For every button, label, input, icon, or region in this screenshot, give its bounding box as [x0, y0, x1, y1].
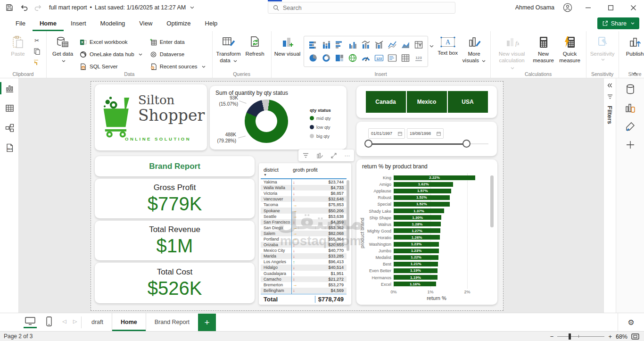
- zoom-percentage[interactable]: 68%: [616, 333, 627, 340]
- build-visual-pane-icon[interactable]: [625, 103, 636, 113]
- recent-sources-button[interactable]: Recent sources: [150, 61, 206, 72]
- kpi-card-gross-profit[interactable]: Gross Profit$779K: [95, 179, 255, 218]
- area-chart-icon[interactable]: [399, 39, 412, 51]
- filters-pane-label[interactable]: Filters: [606, 106, 613, 124]
- country-button-canada[interactable]: Canada: [366, 91, 406, 113]
- bar[interactable]: 1.19%: [394, 275, 438, 280]
- bar[interactable]: 1.57%: [394, 189, 451, 193]
- table-row-los-angeles[interactable]: Los Angeles↑$96,413: [261, 259, 347, 265]
- bar-row-amigo[interactable]: Amigo1.62%: [356, 181, 497, 188]
- bar-row-shady-lake[interactable]: Shady Lake1.37%: [356, 208, 497, 215]
- bar[interactable]: 1.22%: [394, 255, 438, 260]
- bar[interactable]: 1.62%: [394, 182, 453, 187]
- bar[interactable]: 1.19%: [394, 268, 438, 273]
- bar-row-excel[interactable]: Excel1.16%: [356, 281, 497, 288]
- menu-optimize[interactable]: Optimize: [159, 15, 198, 31]
- column-header-groth-profit[interactable]: groth profit: [293, 167, 318, 173]
- add-pane-icon[interactable]: [626, 141, 635, 149]
- menu-home[interactable]: Home: [33, 15, 64, 31]
- date-range-slicer-visual[interactable]: 01/01/1997 19/08/1998: [356, 122, 497, 156]
- bar[interactable]: 1.23%: [394, 249, 439, 253]
- visual-edit-icon[interactable]: [317, 153, 323, 158]
- dax-query-view-button[interactable]: DAX: [0, 138, 19, 158]
- next-page-arrow[interactable]: ▷: [73, 318, 77, 324]
- bar-row-medalist[interactable]: Medalist1.22%: [356, 254, 497, 261]
- treemap-icon[interactable]: [333, 52, 346, 64]
- bar[interactable]: 1.28%: [394, 222, 441, 226]
- kpi-icon[interactable]: 123: [413, 52, 425, 64]
- settings-gear-icon[interactable]: ⚙: [618, 313, 644, 331]
- brand-report-nav-card[interactable]: Brand Report: [95, 156, 255, 176]
- expand-filters-icon[interactable]: [607, 83, 612, 88]
- refresh-button[interactable]: Refresh: [242, 34, 268, 57]
- new-visual-calculation-button[interactable]: fx New visual calculation: [494, 34, 530, 71]
- sensitivity-button[interactable]: Sensitivity: [589, 34, 616, 61]
- table-row-vancouver[interactable]: Vancouver↓$32,648: [261, 196, 347, 202]
- format-painter-button[interactable]: [32, 58, 41, 66]
- table-view-button[interactable]: [0, 98, 19, 118]
- table-row-marida[interactable]: Marida↓$33,285: [261, 253, 347, 259]
- multi-row-card-icon[interactable]: [386, 52, 398, 64]
- bar[interactable]: 1.26%: [394, 235, 440, 240]
- fit-to-page-icon[interactable]: [631, 333, 639, 340]
- country-button-usa[interactable]: USA: [448, 91, 488, 113]
- line-stacked-column-chart-icon[interactable]: [360, 39, 372, 51]
- bar[interactable]: 1.27%: [394, 228, 440, 233]
- more-options-icon[interactable]: ···: [345, 152, 350, 159]
- bar-row-hermanos[interactable]: Hermanos1.19%: [356, 274, 497, 281]
- bar-row-even-better[interactable]: Even Better1.19%: [356, 267, 497, 274]
- table-row-san-francisco[interactable]: San Francisco↓$4,359: [261, 219, 347, 225]
- page-tab-home[interactable]: Home: [112, 313, 146, 331]
- gallery-more-chevron-icon[interactable]: [429, 45, 434, 48]
- report-view-button[interactable]: [0, 78, 19, 98]
- bar-row-walrus[interactable]: Walrus1.28%: [356, 221, 497, 228]
- format-pane-icon[interactable]: [625, 122, 636, 132]
- column-header-district[interactable]: district: [264, 167, 279, 173]
- return-pct-bar-chart-visual[interactable]: return % by product brand 0%1%2%King2.22…: [356, 159, 497, 305]
- visual-filter-icon[interactable]: [303, 153, 309, 158]
- slider-handle-end[interactable]: [462, 140, 471, 148]
- previous-page-arrow[interactable]: ◁: [62, 318, 66, 324]
- new-page-button[interactable]: +: [198, 314, 216, 331]
- table-row-san-diego[interactable]: San Diego→$53,362: [261, 225, 347, 231]
- bar-row-king[interactable]: King2.22%: [356, 175, 497, 181]
- stacked-column-chart-icon[interactable]: [320, 39, 332, 51]
- search-input[interactable]: Search: [268, 2, 455, 14]
- matrix-icon[interactable]: [399, 52, 412, 64]
- bar[interactable]: 1.30%: [394, 215, 441, 220]
- start-date-input[interactable]: 01/01/1997: [368, 128, 405, 139]
- bar[interactable]: 2.22%: [394, 175, 475, 180]
- page-tab-draft[interactable]: draft: [83, 313, 112, 331]
- maximize-button[interactable]: [603, 1, 618, 14]
- new-measure-button[interactable]: New measure: [530, 34, 557, 64]
- new-visual-button[interactable]: New visual: [274, 34, 301, 57]
- kpi-card-total-revenue[interactable]: Total Revenue$1M: [95, 221, 255, 260]
- table-row-mexico-city[interactable]: Mexico City↓$40,770: [261, 248, 347, 253]
- menu-insert[interactable]: Insert: [64, 15, 93, 31]
- bar[interactable]: 1.37%: [394, 208, 444, 213]
- clustered-column-chart-icon[interactable]: [347, 39, 359, 51]
- bar-row-applause[interactable]: Applause1.57%: [356, 188, 497, 194]
- menu-help[interactable]: Help: [198, 15, 225, 31]
- clustered-bar-chart-icon[interactable]: [333, 39, 346, 51]
- menu-modeling[interactable]: Modeling: [93, 15, 132, 31]
- excel-workbook-button[interactable]: XExcel workbook: [80, 37, 142, 47]
- bar[interactable]: 1.23%: [394, 242, 439, 247]
- table-row-yakima[interactable]: Yakima↓$23,744: [261, 179, 347, 185]
- text-box-button[interactable]: A Text box: [435, 34, 461, 56]
- cut-button[interactable]: ✂: [32, 37, 41, 44]
- slider-selected-range[interactable]: [369, 143, 466, 145]
- legend-item-mid-qty[interactable]: mid qty: [310, 116, 331, 121]
- share-button[interactable]: Share: [597, 17, 639, 29]
- bar-row-ship-shape[interactable]: Ship Shape1.30%: [356, 215, 497, 221]
- bar[interactable]: 1.21%: [394, 262, 438, 266]
- table-row-hidalgo[interactable]: Hidalgo↓$40,514: [261, 265, 347, 270]
- end-date-input[interactable]: 19/08/1998: [407, 128, 444, 139]
- focus-mode-icon[interactable]: [331, 153, 337, 158]
- onelake-data-hub-button[interactable]: OneLake data hub: [80, 49, 142, 59]
- table-row-portland[interactable]: Portland→$55,364: [261, 236, 347, 242]
- menu-file[interactable]: File: [8, 15, 33, 31]
- redo-icon[interactable]: [34, 4, 42, 11]
- legend-item-low-qty[interactable]: low qty: [310, 125, 331, 130]
- menu-view[interactable]: View: [132, 15, 159, 31]
